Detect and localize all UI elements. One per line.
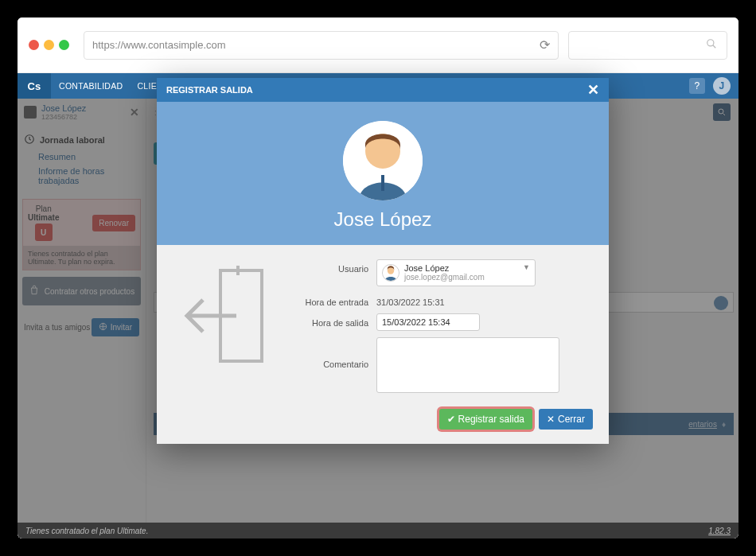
app-logo[interactable]: Cs [18,73,51,99]
submit-button[interactable]: ✔ Registrar salida [439,409,532,430]
svg-point-0 [707,39,714,45]
status-text: Tienes contratado el plan Ultimate. [25,527,148,535]
close-button[interactable]: ✕ Cerrar [539,409,593,430]
exit-icon [173,259,276,399]
register-exit-modal: REGISTRAR SALIDA ✕ Jose López [157,78,609,444]
menu-contabilidad[interactable]: CONTABILIDAD [59,81,123,91]
minimize-window-icon[interactable] [44,40,54,50]
close-icon: ✕ [547,414,555,425]
user-select[interactable]: Jose López jose.lopez@gmail.com ▼ [376,259,536,286]
user-select-email: jose.lopez@gmail.com [404,273,485,282]
user-avatar-large [343,121,423,200]
svg-point-12 [388,267,394,274]
user-select-name: Jose López [404,263,485,273]
browser-chrome: https://www.contasimple.com ⟳ [18,17,738,73]
label-comment: Comentario [289,337,376,369]
modal-hero: Jose López [157,102,609,245]
svg-line-1 [713,45,716,48]
user-select-avatar-icon [382,264,399,282]
label-usuario: Usuario [289,259,376,274]
modal-title: REGISTRAR SALIDA [166,85,253,95]
url-text: https://www.contasimple.com [92,39,540,51]
check-icon: ✔ [447,414,455,425]
close-button-label: Cerrar [558,414,585,425]
window-controls [29,40,69,50]
label-exit-time: Hora de salida [289,313,376,328]
address-bar[interactable]: https://www.contasimple.com ⟳ [84,31,559,60]
user-avatar[interactable]: J [713,77,731,95]
submit-button-label: Registrar salida [458,414,524,425]
status-bar: Tienes contratado el plan Ultimate. 1.82… [18,523,738,539]
comment-textarea[interactable] [376,337,559,393]
svg-rect-8 [381,175,384,191]
modal-user-name: Jose López [334,208,432,231]
browser-search[interactable] [568,31,727,60]
label-entry-time: Hora de entrada [289,293,376,307]
entry-time-value: 31/03/2022 15:31 [376,293,445,307]
search-icon [706,38,717,52]
maximize-window-icon[interactable] [59,40,69,50]
reload-icon[interactable]: ⟳ [540,37,550,52]
close-window-icon[interactable] [29,40,39,50]
close-icon[interactable]: ✕ [587,84,599,95]
chevron-down-icon: ▼ [523,263,530,271]
help-icon[interactable]: ? [689,78,705,94]
version-label[interactable]: 1.82.3 [708,527,731,535]
exit-time-input[interactable] [376,313,480,331]
